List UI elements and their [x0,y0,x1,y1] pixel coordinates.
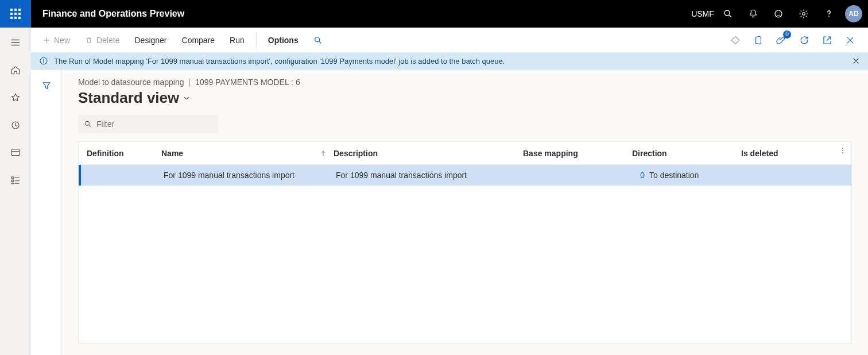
delete-label: Delete [96,36,119,45]
svg-line-10 [729,15,731,17]
nav-recent[interactable] [4,114,27,137]
svg-rect-5 [18,13,21,15]
show-diagram-button[interactable] [727,32,744,49]
svg-point-27 [842,148,843,149]
search-icon [84,120,92,128]
svg-point-28 [842,150,843,151]
view-name: Standard view [78,89,179,107]
new-button[interactable]: New [37,31,76,49]
office-icon [753,35,764,45]
options-button[interactable]: Options [262,31,304,49]
search-icon [313,36,323,45]
svg-rect-2 [18,9,21,11]
compare-button[interactable]: Compare [176,31,221,49]
diamond-icon [730,35,741,45]
breadcrumb-context: 1099 PAYMENTS MODEL : 6 [195,78,300,87]
svg-rect-20 [11,183,13,184]
app-launcher-button[interactable] [0,0,31,28]
svg-rect-4 [14,13,17,15]
bell-icon [748,9,758,19]
workspace-icon [10,148,21,158]
chevron-down-icon [183,94,191,102]
grid-header: Definition Name Description Base mapping… [79,142,851,165]
nav-favorites[interactable] [4,86,27,109]
page-search-button[interactable] [308,31,328,49]
sort-asc-icon [320,150,327,157]
question-icon [824,9,834,19]
close-icon [846,36,855,45]
svg-rect-8 [18,17,21,19]
col-direction[interactable]: Direction [629,149,738,158]
new-label: New [54,36,70,45]
trash-icon [85,36,93,44]
breadcrumb-separator: | [188,78,191,87]
vertical-dots-icon [839,146,847,155]
office-button[interactable] [750,32,767,49]
svg-point-25 [85,121,89,125]
filter-input[interactable] [96,119,212,129]
svg-rect-17 [11,149,20,156]
gear-icon [799,9,809,19]
funnel-icon [41,80,52,91]
cell-description: For 1099 manual transactions import [332,171,522,180]
nav-expand-button[interactable] [4,31,27,54]
col-description[interactable]: Description [330,149,520,158]
user-avatar[interactable]: AD [845,5,862,22]
svg-point-24 [43,59,44,60]
search-button[interactable] [716,0,739,28]
clock-icon [10,120,21,130]
quick-filter[interactable] [78,115,218,133]
modules-icon [10,175,21,186]
view-selector[interactable]: Standard view [78,89,852,107]
feedback-button[interactable] [767,0,790,28]
info-icon [39,56,48,65]
svg-line-26 [89,125,91,127]
delete-button[interactable]: Delete [79,31,125,49]
col-base-mapping[interactable]: Base mapping [520,149,629,158]
svg-point-14 [803,13,805,16]
designer-button[interactable]: Designer [129,31,172,49]
col-definition[interactable]: Definition [83,149,158,158]
attachments-badge: 0 [783,30,791,38]
svg-point-11 [775,10,782,17]
col-is-deleted[interactable]: Is deleted [738,149,824,158]
popout-icon [822,35,832,45]
app-title: Finance and Operations Preview [31,9,196,19]
attachments-button[interactable]: 0 [773,32,790,49]
svg-rect-3 [10,13,13,15]
direction-number: 0 [634,171,645,180]
nav-modules[interactable] [4,169,27,192]
svg-point-21 [315,37,319,41]
waffle-icon [10,9,21,19]
col-name[interactable]: Name [158,149,330,158]
run-button[interactable]: Run [224,31,250,49]
svg-rect-18 [11,177,13,179]
table-row[interactable]: For 1099 manual transactions import For … [79,165,851,186]
svg-rect-19 [11,180,13,182]
svg-line-22 [319,41,321,43]
filter-pane-toggle[interactable] [36,75,57,96]
help-button[interactable] [817,0,840,28]
company-selector[interactable]: USMF [691,0,714,28]
smiley-icon [773,9,784,19]
grid-more-button[interactable] [839,146,847,155]
svg-rect-0 [10,9,13,11]
refresh-icon [799,35,809,45]
hamburger-icon [10,37,21,48]
banner-close-button[interactable] [852,57,860,65]
cell-direction: 0 To destination [631,171,740,180]
close-icon [852,57,860,65]
notifications-button[interactable] [742,0,765,28]
nav-home[interactable] [4,59,27,82]
plus-icon [42,36,51,44]
refresh-button[interactable] [796,32,813,49]
info-banner: The Run of Model mapping 'For 1099 manua… [31,53,868,70]
popout-button[interactable] [819,32,836,49]
nav-workspaces[interactable] [4,141,27,164]
settings-button[interactable] [792,0,815,28]
svg-point-12 [777,13,778,14]
close-page-button[interactable] [842,32,859,49]
breadcrumb-page: Model to datasource mapping [78,78,184,87]
svg-rect-7 [14,17,17,19]
search-icon [723,9,733,19]
